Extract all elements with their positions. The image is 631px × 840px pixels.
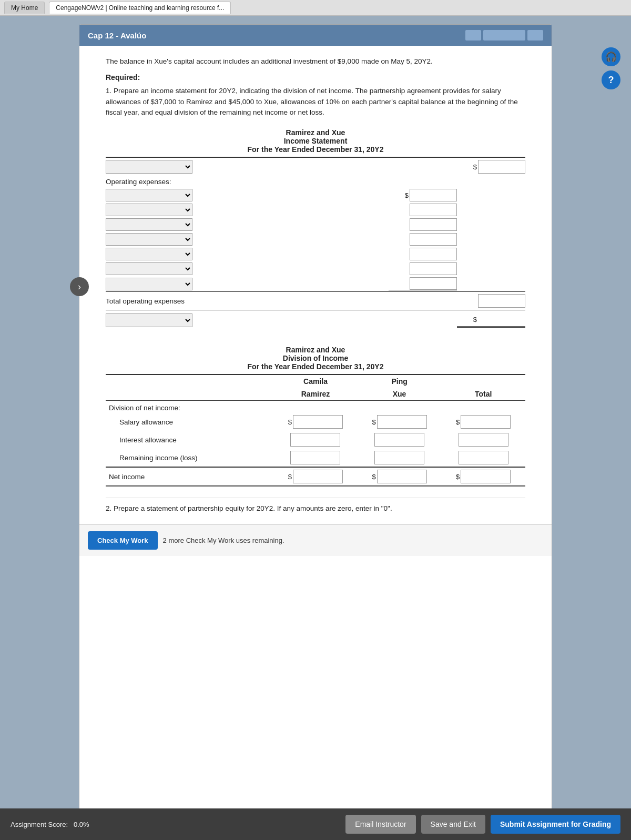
net-income-dropdown[interactable] — [106, 313, 192, 327]
app-container: Cap 12 - Avalúo › The balance in Xue's c… — [79, 24, 552, 831]
col-header-ramirez-2: Ramirez — [273, 388, 358, 401]
division-header-row-1: Camila Ping — [106, 375, 525, 388]
tab2[interactable]: CengageNOWv2 | Online teaching and learn… — [49, 2, 231, 14]
check-my-work-bar: Check My Work 2 more Check My Work uses … — [79, 524, 552, 556]
nav-arrow[interactable]: › — [70, 277, 89, 296]
page-footer: Assignment Score: 0.0% Email Instructor … — [0, 808, 631, 839]
interest-ramirez-cell — [273, 431, 358, 449]
score-label: Assignment Score: 0.0% — [11, 821, 89, 828]
interest-total-input[interactable] — [459, 433, 508, 447]
col-header-ramirez-1: Camila — [273, 375, 358, 388]
expense-input-3[interactable] — [410, 218, 457, 231]
net-income-ramirez-input[interactable] — [293, 470, 343, 483]
salary-xue-cell: $ — [358, 413, 442, 431]
expense-row-1: $ — [106, 188, 525, 203]
net-income-xue-dollar: $ — [372, 473, 375, 481]
expense-dropdown-3[interactable] — [106, 218, 192, 231]
interest-ramirez-input[interactable] — [290, 433, 340, 447]
instruction-text: 1. Prepare an income statement for 20Y2,… — [106, 86, 525, 118]
expense-dropdown-2[interactable] — [106, 204, 192, 216]
main-wrapper: 🎧 ? Cap 12 - Avalúo › The balance in Xue… — [0, 16, 631, 839]
submit-assignment-button[interactable]: Submit Assignment for Grading — [491, 815, 620, 834]
income-statement-section: Ramirez and Xue Income Statement For the… — [106, 128, 525, 330]
salary-total-input[interactable] — [461, 415, 511, 429]
email-instructor-button[interactable]: Email Instructor — [345, 815, 415, 834]
revenue-dollar: $ — [473, 163, 477, 171]
note-section: 2. Prepare a statement of partnership eq… — [106, 498, 525, 514]
remaining-xue-input[interactable] — [374, 451, 424, 464]
net-income-xue-input[interactable] — [377, 470, 427, 483]
expense-row-7 — [106, 276, 525, 291]
headset-icon[interactable]: 🎧 — [602, 47, 620, 66]
expense-input-7[interactable] — [410, 277, 457, 290]
expense-input-1[interactable] — [410, 189, 457, 201]
salary-ramirez-cell: $ — [273, 413, 358, 431]
total-operating-row: Total operating expenses — [106, 291, 525, 310]
net-income-division-row: Net income $ $ — [106, 467, 525, 487]
intro-balance-text: The balance in Xue's capital account inc… — [106, 56, 525, 67]
salary-label: Salary allowance — [106, 413, 273, 431]
net-income-dollar: $ — [473, 316, 477, 323]
salary-total-dollar: $ — [456, 418, 460, 426]
app-header: Cap 12 - Avalúo — [79, 25, 552, 46]
net-income-ramirez-cell: $ — [273, 467, 358, 487]
help-icon[interactable]: ? — [602, 70, 620, 89]
remaining-total-cell — [441, 449, 525, 467]
interest-label: Interest allowance — [106, 431, 273, 449]
is-doctype: Income Statement — [106, 137, 525, 145]
div-period: For the Year Ended December 31, 20Y2 — [106, 362, 525, 371]
is-company: Ramirez and Xue — [106, 128, 525, 137]
col-header-xue-2: Xue — [358, 388, 442, 401]
expense-dropdown-4[interactable] — [106, 233, 192, 246]
expense-dropdown-7[interactable] — [106, 278, 192, 290]
expense-input-2[interactable] — [410, 204, 457, 216]
interest-xue-input[interactable] — [374, 433, 424, 447]
expense-dropdown-5[interactable] — [106, 248, 192, 260]
net-income-row: $ — [106, 310, 525, 330]
revenue-input[interactable] — [478, 160, 525, 174]
expense-row-4 — [106, 232, 525, 247]
required-label: Required: — [106, 73, 525, 82]
tab1[interactable]: My Home — [4, 2, 45, 14]
division-section-label: Division of net income: — [106, 401, 525, 413]
division-table: Camila Ping Ramirez Xue Total — [106, 374, 525, 487]
col-header-xue-1: Ping — [358, 375, 442, 388]
score-label-text: Assignment Score: — [11, 821, 68, 828]
col-header-total-1 — [441, 375, 525, 388]
expense-rows: $ — [106, 188, 525, 291]
remaining-ramirez-input[interactable] — [290, 451, 340, 464]
salary-total-cell: $ — [441, 413, 525, 431]
expense-row-5 — [106, 247, 525, 261]
remaining-ramirez-cell — [273, 449, 358, 467]
salary-ramirez-input[interactable] — [293, 415, 343, 429]
division-section: Ramirez and Xue Division of Income For t… — [106, 346, 525, 487]
check-my-work-button[interactable]: Check My Work — [88, 531, 158, 550]
expense-input-4[interactable] — [410, 233, 457, 246]
salary-xue-dollar: $ — [372, 418, 375, 426]
expense-dropdown-1[interactable] — [106, 189, 192, 201]
col-header-empty-2 — [106, 388, 273, 401]
division-header-row-2: Ramirez Xue Total — [106, 388, 525, 401]
net-income-input[interactable] — [478, 312, 525, 326]
interest-allowance-row: Interest allowance — [106, 431, 525, 449]
col-header-empty — [106, 375, 273, 388]
salary-ramirez-dollar: $ — [288, 418, 292, 426]
expense-input-6[interactable] — [410, 262, 457, 275]
total-operating-input[interactable] — [478, 294, 525, 308]
score-value: 0.0% — [74, 821, 89, 828]
revenue-dropdown[interactable] — [106, 160, 192, 174]
right-panel-icons: 🎧 ? — [602, 47, 620, 89]
salary-allowance-row: Salary allowance $ $ — [106, 413, 525, 431]
note-text: 2. Prepare a statement of partnership eq… — [106, 503, 525, 514]
expense-input-5[interactable] — [410, 248, 457, 260]
expense-dropdown-6[interactable] — [106, 262, 192, 275]
save-and-exit-button[interactable]: Save and Exit — [421, 815, 485, 834]
expense-row-3 — [106, 217, 525, 232]
net-income-total-input[interactable] — [461, 470, 511, 483]
interest-xue-cell — [358, 431, 442, 449]
remaining-total-input[interactable] — [459, 451, 508, 464]
remaining-income-row: Remaining income (loss) — [106, 449, 525, 467]
salary-xue-input[interactable] — [377, 415, 427, 429]
browser-bar: My Home CengageNOWv2 | Online teaching a… — [0, 0, 631, 16]
remaining-label: Remaining income (loss) — [106, 449, 273, 467]
